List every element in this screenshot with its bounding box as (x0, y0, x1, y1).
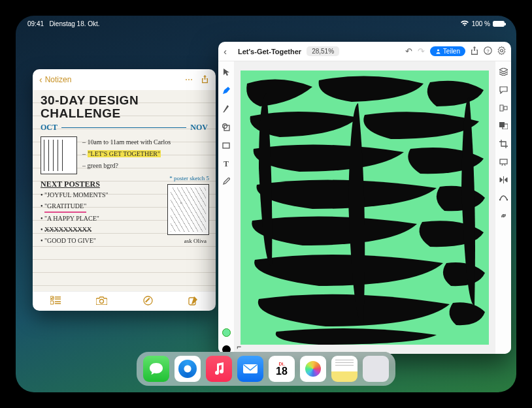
flip-icon[interactable] (499, 176, 508, 185)
note-months: OCT NOV (41, 123, 208, 133)
poster-5: "GOOD TO GIVE" (44, 237, 96, 244)
redo-icon[interactable]: ↷ (418, 46, 425, 56)
app-calendar[interactable]: Di. 18 (269, 356, 295, 382)
app-folder[interactable] (363, 356, 389, 382)
svg-point-6 (100, 300, 104, 304)
resize-handle-icon[interactable]: ⌐ (237, 342, 241, 351)
status-right: 100 % (460, 20, 505, 28)
share-button[interactable]: Teilen (430, 46, 465, 56)
wifi-icon (460, 20, 469, 28)
compose-icon[interactable] (188, 296, 198, 307)
camera-icon[interactable] (96, 296, 107, 307)
layers-icon[interactable] (499, 68, 508, 78)
freeform-body: T (218, 61, 511, 354)
brush-icon[interactable] (222, 105, 230, 115)
status-bar: 09:41 Dienstag 18. Okt. 100 % (16, 16, 516, 30)
comment-icon[interactable] (499, 86, 508, 96)
help-icon[interactable]: ? (484, 46, 492, 57)
fill-color-swatch[interactable] (222, 328, 231, 337)
app-photos[interactable] (300, 356, 326, 382)
cal-date: 18 (276, 366, 288, 377)
settings-icon[interactable] (497, 46, 506, 57)
sketch-label: * poster sketch 5 (169, 175, 209, 181)
back-label[interactable]: Notizen (45, 75, 72, 84)
ask-label: ask Oliva (184, 238, 207, 244)
presentation-icon[interactable] (499, 159, 508, 168)
arrange-icon[interactable] (499, 122, 508, 131)
svg-rect-3 (50, 301, 54, 304)
canvas-area[interactable]: ⌐ (234, 61, 495, 354)
zoom-level[interactable]: 28,51% (307, 46, 339, 56)
poster-1: "JOYFUL MOMENTS" (44, 191, 108, 198)
svg-rect-18 (499, 122, 505, 127)
app-messages[interactable] (143, 356, 169, 382)
app-mail[interactable] (237, 356, 263, 382)
notes-page[interactable]: 30-DAY DESIGN CHALLENGE OCT NOV – 10am t… (33, 90, 216, 291)
month-to: NOV (190, 123, 208, 133)
battery-percent: 100 % (472, 20, 490, 27)
artwork-canvas[interactable] (241, 71, 489, 345)
status-time: 09:41 (27, 20, 44, 27)
month-from: OCT (41, 123, 58, 133)
share-icon[interactable] (201, 74, 209, 86)
svg-text:?: ? (486, 48, 490, 54)
poster-sketch (167, 184, 209, 235)
svg-rect-15 (223, 143, 229, 148)
more-icon[interactable]: ⋯ (185, 75, 193, 84)
app-music[interactable] (206, 356, 232, 382)
note-bullets: – 10am to 11am meet with Carlos – "LET'S… (82, 136, 208, 174)
status-left: 09:41 Dienstag 18. Okt. (27, 20, 100, 27)
right-toolbar (495, 61, 511, 354)
freeform-window[interactable]: ••• ‹ Let's-Get-Together 28,51% ↶ ↷ Teil… (218, 42, 511, 354)
note-title-1: 30-DAY DESIGN (41, 94, 208, 107)
path-icon[interactable] (499, 194, 508, 203)
svg-rect-17 (504, 106, 507, 110)
pen-icon[interactable] (222, 87, 230, 97)
month-divider (61, 127, 186, 129)
rect-icon[interactable] (222, 142, 230, 151)
board-title[interactable]: Let's-Get-Together (238, 48, 301, 55)
battery-icon (493, 21, 505, 27)
task-3: green bgrd? (88, 162, 118, 169)
freeform-toolbar: ‹ Let's-Get-Together 28,51% ↶ ↷ Teilen ? (218, 42, 511, 61)
thumbnail-sketch (41, 136, 77, 174)
poster-2: "GRATITUDE" (44, 200, 86, 213)
back-icon[interactable]: ‹ (39, 74, 42, 85)
left-toolbar: T (218, 61, 234, 354)
checklist-icon[interactable] (50, 296, 61, 307)
task-2: "LET'S GET TOGETHER" (88, 150, 161, 157)
svg-rect-20 (500, 159, 507, 164)
status-date: Dienstag 18. Okt. (49, 20, 99, 27)
task-1: 10am to 11am meet with Carlos (88, 138, 171, 146)
svg-rect-16 (500, 105, 503, 111)
app-safari[interactable] (175, 356, 201, 382)
svg-point-14 (223, 124, 227, 129)
notes-toolbar: ‹ Notizen ⋯ (33, 69, 216, 90)
notes-window[interactable]: ••• ‹ Notizen ⋯ 30-DAY DESIGN CHALLENGE … (33, 69, 216, 311)
undo-icon[interactable]: ↶ (405, 46, 412, 56)
ipad-screen: 09:41 Dienstag 18. Okt. 100 % ••• ‹ Noti… (16, 16, 516, 392)
export-icon[interactable] (471, 46, 478, 57)
align-icon[interactable] (499, 104, 508, 114)
share-label: Teilen (443, 48, 460, 55)
note-title-2: CHALLENGE (41, 107, 208, 120)
cursor-icon[interactable] (223, 68, 230, 78)
crop-icon[interactable] (499, 140, 508, 150)
poster-4: XXXXXXXXXX (44, 226, 91, 233)
app-notes[interactable] (331, 356, 357, 382)
notes-bottom-toolbar (33, 291, 216, 311)
poster-3: "A HAPPY PLACE" (44, 215, 99, 222)
link-icon[interactable] (499, 212, 508, 222)
svg-point-9 (437, 49, 439, 51)
dock: Di. 18 (137, 352, 395, 386)
text-icon[interactable]: T (224, 159, 229, 169)
back-icon[interactable]: ‹ (224, 46, 233, 57)
ipad-device-frame: 09:41 Dienstag 18. Okt. 100 % ••• ‹ Noti… (7, 7, 525, 401)
markup-icon[interactable] (143, 296, 153, 307)
eyedropper-icon[interactable] (222, 178, 230, 187)
shapes-icon[interactable] (222, 123, 230, 133)
svg-point-12 (501, 49, 503, 52)
